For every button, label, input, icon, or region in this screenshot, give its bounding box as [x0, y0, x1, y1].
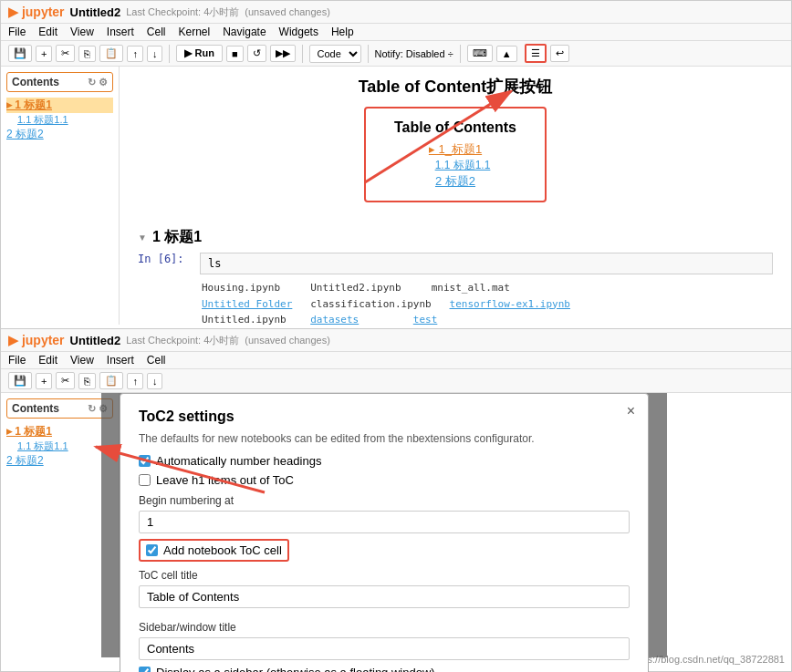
menu-view[interactable]: View — [70, 26, 94, 38]
cut-button[interactable]: ✂ — [56, 45, 75, 62]
toc-cell-title-input[interactable] — [139, 585, 630, 608]
menu-kernel[interactable]: Kernel — [179, 26, 211, 38]
notebook-title-2[interactable]: Untitled2 — [70, 334, 121, 347]
menu-file[interactable]: File — [8, 26, 26, 38]
sidebar-item-1-1-b[interactable]: 1.1 标题1.1 — [6, 439, 113, 453]
separator3 — [368, 45, 369, 63]
save-button-2[interactable]: 💾 — [8, 372, 32, 389]
code-cell: In [6]: ls — [138, 253, 773, 274]
menubar-bottom: File Edit View Insert Cell — [1, 352, 791, 369]
toc-sidebar-top: Contents ↻ ⚙ ▸ 1 标题1 1.1 标题1.1 2 标题2 — [1, 67, 120, 325]
settings-button[interactable]: ↩ — [550, 45, 569, 62]
sidebar-title-label: Sidebar/window title — [139, 621, 630, 634]
menu-help[interactable]: Help — [331, 26, 354, 38]
menu-insert-2[interactable]: Insert — [107, 354, 134, 367]
toc-link-2[interactable]: 2 标题2 — [384, 173, 526, 190]
dialog-close-button[interactable]: × — [627, 403, 635, 419]
sidebar-header-2: Contents ↻ ⚙ — [6, 398, 113, 419]
add-cell-button-2[interactable]: + — [36, 373, 52, 389]
menu-cell[interactable]: Cell — [147, 26, 166, 38]
output-line-1: Housing.ipynb Untitled2.ipynb mnist_all.… — [202, 280, 773, 296]
interrupt-button[interactable]: ■ — [226, 46, 244, 62]
fast-forward-button[interactable]: ▶▶ — [270, 45, 296, 62]
add-toc-cell-row: Add notebook ToC cell — [139, 539, 630, 562]
auto-number-checkbox[interactable] — [139, 455, 151, 467]
paste-button-2[interactable]: 📋 — [99, 372, 123, 389]
menu-file-2[interactable]: File — [8, 354, 26, 367]
output-line-2: Untitled Folder classification.ipynb ten… — [202, 296, 773, 313]
move-up-button-2[interactable]: ↑ — [127, 373, 143, 389]
output-link-1[interactable]: Untitled Folder — [202, 298, 292, 310]
sidebar-item-2-b[interactable]: 2 标题2 — [6, 453, 113, 469]
move-up-button[interactable]: ↑ — [127, 46, 143, 62]
menu-edit[interactable]: Edit — [38, 26, 57, 38]
sidebar-item-2[interactable]: 2 标题2 — [6, 127, 113, 142]
cell-type-select[interactable]: Code — [309, 45, 361, 63]
toc-extension-button[interactable]: ☰ — [525, 44, 547, 63]
checkpoint-text: Last Checkpoint: 4小时前 — [126, 5, 239, 19]
notify-label: Notify: Disabled ÷ — [375, 48, 453, 59]
menu-widgets[interactable]: Widgets — [279, 26, 318, 38]
notebook-body-bottom: Contents ↻ ⚙ ▸ 1 标题1 1.1 标题1.1 2 标题2 ToC… — [1, 393, 791, 657]
output-link-4[interactable]: test — [413, 314, 438, 325]
output-line-3: Untitled.ipynb datasets test — [202, 312, 773, 325]
menu-view-2[interactable]: View — [70, 354, 94, 367]
titlebar-top: ▶ jupyter Untitled2 Last Checkpoint: 4小时… — [1, 1, 791, 24]
menu-insert[interactable]: Insert — [107, 26, 134, 38]
toc-link-1-text[interactable]: ▸ 1_标题1 — [429, 142, 482, 156]
output-link-2[interactable]: tensorflow-ex1.ipynb — [450, 298, 570, 310]
display-sidebar-row: Display as a sidebar (otherwise as a flo… — [139, 666, 630, 672]
add-toc-cell-label: Add notebook ToC cell — [163, 543, 282, 557]
cell-output: Housing.ipynb Untitled2.ipynb mnist_all.… — [138, 280, 773, 325]
section-1-heading: ▼ 1 标题1 — [138, 228, 773, 247]
auto-number-label: Automatically number headings — [156, 454, 321, 468]
copy-button-2[interactable]: ⎘ — [78, 373, 96, 389]
keyboard-button[interactable]: ⌨ — [467, 45, 493, 62]
copy-button[interactable]: ⎘ — [78, 46, 96, 62]
restart-button[interactable]: ↺ — [247, 45, 266, 62]
notebook-bottom: ▶ jupyter Untitled2 Last Checkpoint: 4小时… — [0, 328, 792, 672]
cell-code[interactable]: ls — [200, 253, 773, 274]
sidebar-item-1-1[interactable]: 1.1 标题1.1 — [6, 113, 113, 127]
save-button[interactable]: 💾 — [8, 45, 32, 62]
move-down-button[interactable]: ↓ — [147, 46, 163, 62]
leave-h1-checkbox[interactable] — [139, 474, 151, 486]
section-1-title: 1 标题1 — [152, 228, 202, 247]
begin-numbering-input[interactable] — [139, 511, 630, 533]
menubar-top: File Edit View Insert Cell Kernel Naviga… — [1, 24, 791, 41]
cell-prompt: In [6]: — [138, 253, 193, 265]
cut-button-2[interactable]: ✂ — [56, 372, 75, 389]
begin-numbering-label: Begin numbering at — [139, 494, 630, 507]
sidebar-item-1[interactable]: ▸ 1 标题1 — [6, 98, 113, 113]
dialog-title: ToC2 settings — [139, 408, 630, 425]
add-toc-cell-checkbox[interactable] — [146, 544, 158, 556]
separator2 — [302, 45, 303, 63]
toc-box-container: Table of Contents ▸ 1_标题1 1.1 标题1.1 2 标题… — [138, 107, 773, 217]
notebook-body-top: Contents ↻ ⚙ ▸ 1 标题1 1.1 标题1.1 2 标题2 Tab… — [1, 67, 791, 325]
checkpoint-text-2: Last Checkpoint: 4小时前 — [126, 334, 239, 347]
run-button[interactable]: ▶ Run — [176, 45, 222, 62]
notebook-title[interactable]: Untitled2 — [70, 5, 121, 19]
sidebar-title-input[interactable] — [139, 637, 630, 660]
menu-edit-2[interactable]: Edit — [38, 354, 57, 367]
menu-navigate[interactable]: Navigate — [223, 26, 266, 38]
move-down-button-2[interactable]: ↓ — [147, 373, 163, 389]
page-title: Table of Content扩展按钮 — [138, 76, 773, 98]
sidebar-title-2: Contents — [12, 402, 59, 415]
sidebar-controls[interactable]: ↻ ⚙ — [88, 77, 108, 88]
leave-h1-row: Leave h1 items out of ToC — [139, 473, 630, 487]
add-cell-button[interactable]: + — [36, 46, 52, 62]
unsaved-text: (unsaved changes) — [245, 6, 330, 17]
output-link-3[interactable]: datasets — [310, 314, 359, 325]
up-arrow-button[interactable]: ▲ — [496, 46, 517, 62]
toc-link-2-text[interactable]: 2 标题2 — [435, 174, 475, 188]
sidebar-item-1-b[interactable]: ▸ 1 标题1 — [6, 424, 113, 439]
triangle-icon: ▼ — [138, 233, 147, 243]
paste-button[interactable]: 📋 — [99, 45, 123, 62]
toc2-settings-dialog: ToC2 settings × The defaults for new not… — [120, 393, 649, 672]
toc-link-sub[interactable]: 1.1 标题1.1 — [384, 158, 526, 173]
jupyter-logo: ▶ jupyter — [8, 5, 65, 19]
display-sidebar-checkbox[interactable] — [139, 667, 151, 672]
menu-cell-2[interactable]: Cell — [147, 354, 166, 367]
toc-link-1[interactable]: ▸ 1_标题1 — [384, 141, 526, 158]
